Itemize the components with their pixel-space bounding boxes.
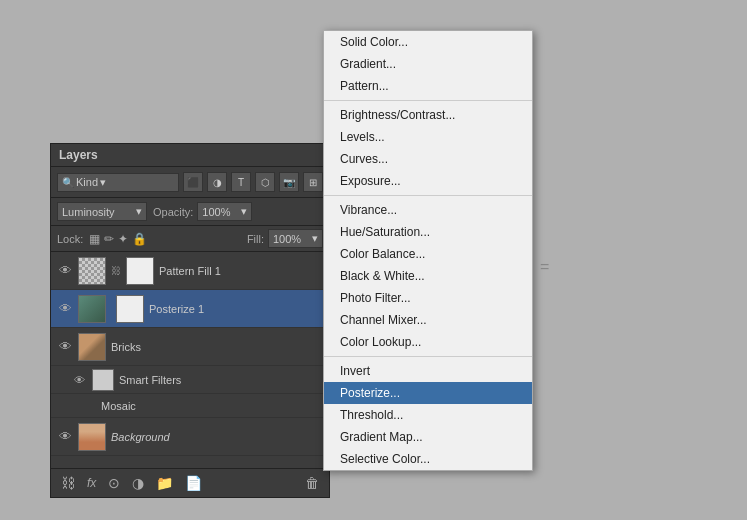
visibility-icon[interactable]: 👁	[71, 374, 87, 386]
blend-mode-value: Luminosity	[62, 206, 115, 218]
layer-link-btn[interactable]: ⛓	[57, 473, 79, 493]
menu-item-gradient[interactable]: Gradient...	[324, 53, 532, 75]
lock-all-icon[interactable]: 🔒	[132, 232, 147, 246]
blend-opacity-row: Luminosity ▾ Opacity: 100% ▾	[51, 198, 329, 226]
menu-item-vibrance[interactable]: Vibrance...	[324, 199, 532, 221]
chevron-down-icon: ▾	[100, 176, 106, 189]
lock-label: Lock:	[57, 233, 83, 245]
menu-item-pattern[interactable]: Pattern...	[324, 75, 532, 97]
menu-item-curves[interactable]: Curves...	[324, 148, 532, 170]
layer-name: Background	[111, 431, 323, 443]
chain-icon: ⛓	[111, 265, 121, 276]
layer-thumbnail	[92, 369, 114, 391]
menu-item-black-white[interactable]: Black & White...	[324, 265, 532, 287]
menu-divider	[324, 356, 532, 357]
menu-item-brightness[interactable]: Brightness/Contrast...	[324, 104, 532, 126]
menu-item-threshold[interactable]: Threshold...	[324, 404, 532, 426]
lock-transparent-icon[interactable]: ▦	[89, 232, 100, 246]
panel-title: Layers	[59, 148, 98, 162]
layer-name: Posterize 1	[149, 303, 323, 315]
panel-header: Layers	[51, 144, 329, 167]
lock-icons: ▦ ✏ ✦ 🔒	[89, 232, 147, 246]
layer-delete-btn[interactable]: 🗑	[301, 473, 323, 493]
visibility-icon[interactable]: 👁	[57, 263, 73, 278]
menu-item-color-lookup[interactable]: Color Lookup...	[324, 331, 532, 353]
search-icon: 🔍	[62, 177, 74, 188]
lock-paint-icon[interactable]: ✏	[104, 232, 114, 246]
kind-dropdown[interactable]: 🔍 Kind ▾	[57, 173, 179, 192]
layer-name: Pattern Fill 1	[159, 265, 323, 277]
layer-item[interactable]: 👁 Bricks	[51, 328, 329, 366]
layer-name: Bricks	[111, 341, 323, 353]
panel-footer: ⛓ fx ⊙ ◑ 📁 📄 🗑	[51, 468, 329, 497]
layer-thumbnail	[78, 257, 106, 285]
layer-item[interactable]: 👁 ⛓ Pattern Fill 1	[51, 252, 329, 290]
layer-mask-thumbnail	[116, 295, 144, 323]
menu-item-exposure[interactable]: Exposure...	[324, 170, 532, 192]
fill-control: Fill: 100% ▾	[247, 229, 323, 248]
equals-sign: =	[540, 258, 549, 276]
blend-mode-dropdown[interactable]: Luminosity ▾	[57, 202, 147, 221]
layer-item[interactable]: 👁 Background	[51, 418, 329, 456]
layer-filter-shape-btn[interactable]: ⬡	[255, 172, 275, 192]
layer-filter-adjust-btn[interactable]: ◑	[207, 172, 227, 192]
menu-item-posterize[interactable]: Posterize...	[324, 382, 532, 404]
opacity-chevron-icon: ▾	[241, 205, 247, 218]
lock-fill-row: Lock: ▦ ✏ ✦ 🔒 Fill: 100% ▾	[51, 226, 329, 252]
layer-mask-btn[interactable]: ⊙	[104, 473, 124, 493]
fill-label: Fill:	[247, 233, 264, 245]
layer-filter-smart-btn[interactable]: 📷	[279, 172, 299, 192]
fill-input[interactable]: 100% ▾	[268, 229, 323, 248]
menu-divider	[324, 195, 532, 196]
visibility-icon[interactable]: 👁	[57, 339, 73, 354]
layer-mask-thumbnail	[126, 257, 154, 285]
kind-row: 🔍 Kind ▾ ⬛ ◑ T ⬡ 📷 ⊞	[51, 167, 329, 198]
fill-value-text: 100%	[273, 233, 301, 245]
menu-item-invert[interactable]: Invert	[324, 360, 532, 382]
opacity-control: Opacity: 100% ▾	[153, 202, 252, 221]
menu-item-gradient-map[interactable]: Gradient Map...	[324, 426, 532, 448]
layer-filter-pixel-btn[interactable]: ⬛	[183, 172, 203, 192]
layer-adjustment-btn[interactable]: ◑	[128, 473, 148, 493]
menu-item-solid-color[interactable]: Solid Color...	[324, 31, 532, 53]
visibility-icon[interactable]: 👁	[57, 301, 73, 316]
menu-item-levels[interactable]: Levels...	[324, 126, 532, 148]
layer-name: Smart Filters	[119, 374, 323, 386]
blend-chevron-icon: ▾	[136, 205, 142, 218]
layer-thumbnail	[78, 295, 106, 323]
fill-chevron-icon: ▾	[312, 232, 318, 245]
opacity-value-text: 100%	[202, 206, 230, 218]
menu-item-hue-saturation[interactable]: Hue/Saturation...	[324, 221, 532, 243]
layer-item[interactable]: Mosaic	[51, 394, 329, 418]
layer-fx-btn[interactable]: fx	[83, 474, 100, 492]
menu-item-selective-color[interactable]: Selective Color...	[324, 448, 532, 470]
layer-group-btn[interactable]: 📁	[152, 473, 177, 493]
layers-panel: Layers 🔍 Kind ▾ ⬛ ◑ T ⬡ 📷 ⊞ Luminosity ▾…	[50, 143, 330, 498]
context-menu: Solid Color...Gradient...Pattern...Brigh…	[323, 30, 533, 471]
menu-divider	[324, 100, 532, 101]
layer-item[interactable]: 👁 Posterize 1	[51, 290, 329, 328]
lock-move-icon[interactable]: ✦	[118, 232, 128, 246]
layer-filter-type-btn[interactable]: T	[231, 172, 251, 192]
layer-thumbnail	[78, 333, 106, 361]
layer-thumbnail	[78, 423, 106, 451]
menu-item-color-balance[interactable]: Color Balance...	[324, 243, 532, 265]
menu-item-photo-filter[interactable]: Photo Filter...	[324, 287, 532, 309]
visibility-icon[interactable]: 👁	[57, 429, 73, 444]
menu-item-channel-mixer[interactable]: Channel Mixer...	[324, 309, 532, 331]
opacity-input[interactable]: 100% ▾	[197, 202, 252, 221]
opacity-label: Opacity:	[153, 206, 193, 218]
layer-name: Mosaic	[81, 400, 323, 412]
layer-new-btn[interactable]: 📄	[181, 473, 206, 493]
layer-item[interactable]: 👁 Smart Filters	[51, 366, 329, 394]
layers-list: 👁 ⛓ Pattern Fill 1 👁 Posterize 1 👁 Brick…	[51, 252, 329, 468]
kind-label: Kind	[76, 176, 98, 188]
layer-filter-extra-btn[interactable]: ⊞	[303, 172, 323, 192]
